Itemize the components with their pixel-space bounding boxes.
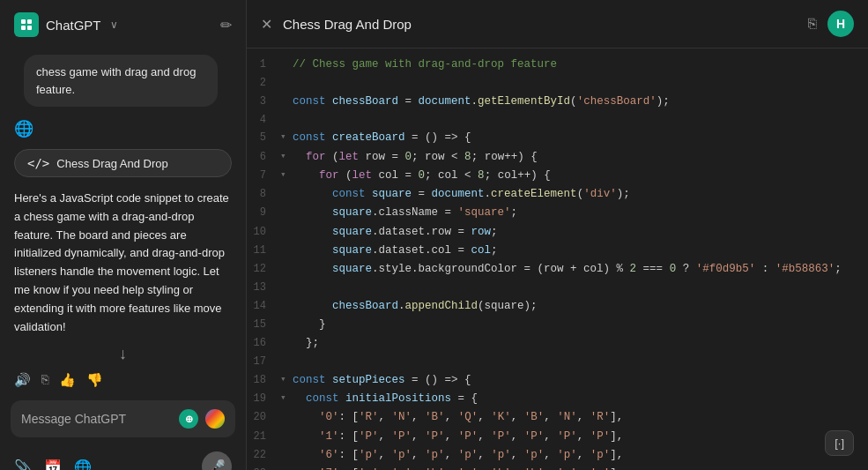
- code-line-content: for (let row = 0; row < 8; row++) {: [293, 148, 857, 167]
- svg-rect-0: [21, 19, 26, 24]
- app-logo: [14, 12, 39, 37]
- svg-rect-2: [21, 26, 26, 30]
- line-number: 20: [247, 408, 280, 426]
- collapse-icon[interactable]: ▾: [280, 371, 293, 388]
- line-number: 17: [247, 353, 280, 370]
- line-number: 8: [247, 185, 280, 203]
- code-line: 14 chessBoard.appendChild(square);: [247, 297, 868, 316]
- code-line: 5▾const createBoard = () => {: [247, 129, 868, 147]
- code-tag-button[interactable]: </> Chess Drag And Drop: [14, 149, 232, 177]
- code-line: 13: [247, 279, 868, 296]
- code-line-content: '1': ['P', 'P', 'P', 'P', 'P', 'P', 'P',…: [293, 428, 857, 446]
- bottom-toolbar: 📎 📅 🌐 🎤: [0, 444, 246, 470]
- globe-icon[interactable]: 🌐: [74, 459, 92, 470]
- code-line-content: const initialPositions = {: [293, 390, 857, 408]
- code-line: 17: [247, 353, 868, 370]
- collapse-icon[interactable]: ▾: [280, 167, 293, 183]
- calendar-icon[interactable]: 📅: [44, 459, 62, 470]
- message-input-container: Message ChatGPT ⊕: [11, 400, 235, 437]
- line-number: 14: [247, 297, 280, 315]
- code-line: 15 }: [247, 316, 868, 334]
- copy-icon[interactable]: ⎘: [41, 372, 48, 388]
- sidebar-header: ChatGPT ∨ ✏: [0, 0, 246, 46]
- code-line-content: square.style.backgroundColor = (row + co…: [293, 260, 857, 279]
- code-line-content: };: [293, 334, 857, 353]
- thumbs-down-icon[interactable]: 👎: [86, 372, 103, 388]
- app-title: ChatGPT: [46, 18, 101, 33]
- google-circle-icon[interactable]: [205, 409, 225, 429]
- code-line: 18▾const setupPieces = () => {: [247, 371, 868, 390]
- code-line-content: const chessBoard = document.getElementBy…: [293, 93, 857, 111]
- close-button[interactable]: ✕: [261, 16, 272, 33]
- code-line-content: }: [293, 316, 857, 334]
- sidebar: ChatGPT ∨ ✏ chess game with drag and dro…: [0, 0, 247, 470]
- collapse-icon[interactable]: ▾: [280, 390, 293, 407]
- code-line-content: const setupPieces = () => {: [293, 371, 857, 390]
- code-line: 1 // Chess game with drag-and-drop featu…: [247, 56, 868, 74]
- code-line: 4: [247, 111, 868, 129]
- code-line-content: const square = document.createElement('d…: [293, 185, 857, 204]
- code-line-content: '0': ['R', 'N', 'B', 'Q', 'K', 'B', 'N',…: [293, 408, 857, 427]
- line-number: 4: [247, 111, 280, 129]
- code-line-content: '6': ['p', 'p', 'p', 'p', 'p', 'p', 'p',…: [293, 446, 857, 465]
- line-number: 22: [247, 446, 280, 464]
- code-line-content: square.dataset.col = col;: [293, 242, 857, 260]
- line-number: 7: [247, 167, 280, 184]
- code-body: 1 // Chess game with drag-and-drop featu…: [247, 48, 868, 470]
- code-icon: </>: [27, 156, 49, 170]
- code-panel: ✕ Chess Drag And Drop ⎘ H 1 // Chess gam…: [247, 0, 868, 470]
- code-panel-title: Chess Drag And Drop: [283, 17, 412, 32]
- code-line: 21 '1': ['P', 'P', 'P', 'P', 'P', 'P', '…: [247, 428, 868, 446]
- line-number: 19: [247, 390, 280, 407]
- code-line: 3 const chessBoard = document.getElement…: [247, 93, 868, 111]
- line-number: 2: [247, 74, 280, 92]
- code-line: 19▾ const initialPositions = {: [247, 390, 868, 408]
- code-bottom-button[interactable]: [·]: [825, 430, 854, 456]
- line-number: 12: [247, 260, 280, 278]
- collapse-icon[interactable]: ▾: [280, 129, 293, 145]
- search-circle-icon[interactable]: ⊕: [179, 409, 198, 429]
- code-line-content: const createBoard = () => {: [293, 129, 857, 147]
- scroll-down-icon[interactable]: ↓: [119, 345, 127, 363]
- attach-icon[interactable]: 📎: [14, 459, 32, 470]
- line-number: 16: [247, 334, 280, 352]
- assistant-response-text: Here's a JavaScript code snippet to crea…: [0, 184, 246, 341]
- code-line-content: for (let col = 0; col < 8; col++) {: [293, 167, 857, 185]
- line-number: 1: [247, 56, 280, 73]
- line-number: 3: [247, 93, 280, 110]
- line-number: 18: [247, 371, 280, 389]
- header-right-icons: ⎘ H: [808, 11, 854, 37]
- code-line: 6▾ for (let row = 0; row < 8; row++) {: [247, 148, 868, 167]
- collapse-icon[interactable]: ▾: [280, 148, 293, 165]
- code-line: 10 square.dataset.row = row;: [247, 223, 868, 242]
- code-line: 20 '0': ['R', 'N', 'B', 'Q', 'K', 'B', '…: [247, 408, 868, 427]
- code-line: 22 '6': ['p', 'p', 'p', 'p', 'p', 'p', '…: [247, 446, 868, 465]
- code-line: 23 '7': ['r', 'n', 'b', 'q', 'k', 'b', '…: [247, 465, 868, 470]
- copy-header-icon[interactable]: ⎘: [808, 16, 817, 32]
- line-number: 6: [247, 148, 280, 166]
- edit-icon[interactable]: ✏: [220, 17, 232, 34]
- speaker-icon[interactable]: 🔊: [14, 372, 31, 388]
- code-line: 12 square.style.backgroundColor = (row +…: [247, 260, 868, 279]
- code-line: 9 square.className = 'square';: [247, 204, 868, 222]
- user-message-bubble: chess game with drag and drog feature.: [24, 55, 218, 107]
- code-line-content: chessBoard.appendChild(square);: [293, 297, 857, 316]
- line-number: 15: [247, 316, 280, 333]
- thumbs-up-icon[interactable]: 👍: [59, 372, 76, 388]
- line-number: 13: [247, 279, 280, 296]
- mic-button[interactable]: 🎤: [202, 451, 232, 470]
- code-panel-header: ✕ Chess Drag And Drop ⎘ H: [247, 0, 868, 48]
- code-line: 8 const square = document.createElement(…: [247, 185, 868, 204]
- line-number: 9: [247, 204, 280, 221]
- code-line: 7▾ for (let col = 0; col < 8; col++) {: [247, 167, 868, 185]
- code-line: 11 square.dataset.col = col;: [247, 242, 868, 260]
- user-avatar: H: [827, 11, 854, 37]
- input-right-icons: ⊕: [179, 409, 225, 429]
- code-line-content: square.dataset.row = row;: [293, 223, 857, 242]
- message-action-icons: 🔊 ⎘ 👍 👎: [0, 367, 246, 393]
- globe-icon-row: 🌐: [0, 116, 246, 142]
- code-line: 2: [247, 74, 868, 92]
- line-number: 23: [247, 465, 280, 470]
- message-input-placeholder[interactable]: Message ChatGPT: [21, 412, 172, 426]
- svg-rect-3: [27, 26, 32, 30]
